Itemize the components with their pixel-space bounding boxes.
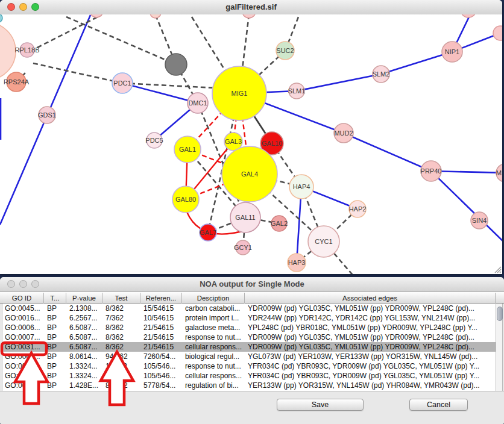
node-label-HAP3: HAP3 xyxy=(288,259,306,266)
column-header-p-value[interactable]: P-value xyxy=(66,293,102,304)
table-cell: YDR244W (pp) YDR142C, YDR142C (pp) YGL15… xyxy=(245,313,496,323)
column-header-test[interactable]: Test xyxy=(102,293,140,304)
node-label-SUC2: SUC2 xyxy=(276,47,294,54)
table-cell: carbon cataboli... xyxy=(183,304,245,313)
node-label-PRP40: PRP40 xyxy=(421,167,442,175)
resize-grip[interactable] xyxy=(493,265,502,273)
table-cell: GO:0045... xyxy=(2,304,45,313)
table-row[interactable]: GO:0031...BP6.5087...8/36221/54615cellul… xyxy=(2,342,496,352)
table-cell: biological regul... xyxy=(183,352,245,361)
node-label-SLM2: SLM2 xyxy=(373,70,390,78)
table-cell: GO:0006... xyxy=(2,323,45,332)
table-cell: YFR034C (pd) YBR093C, YDR009W (pd) YGL03… xyxy=(245,361,496,371)
table-cell: cellular respons... xyxy=(183,371,245,381)
table-cell: cellular respons... xyxy=(183,342,245,352)
table-cell: 21/54615 xyxy=(141,332,183,342)
node-label-PDC1: PDC1 xyxy=(113,80,131,87)
table-cell: 8/362 xyxy=(103,304,141,313)
network-node-gray-node[interactable] xyxy=(165,54,187,75)
node-label-GAL10: GAL10 xyxy=(262,140,282,147)
table-cell: 15/54615 xyxy=(141,304,183,313)
table-cell: BP xyxy=(45,332,67,342)
noa-titlebar: NOA output for Single Mode xyxy=(0,277,504,292)
node-label-RPS24A: RPS24A xyxy=(4,78,30,86)
node-label-GCY1: GCY1 xyxy=(234,244,252,251)
node-label-GAL80: GAL80 xyxy=(175,196,196,203)
node-label-CYC1: CYC1 xyxy=(315,238,332,245)
network-titlebar: galFiltered.sif xyxy=(0,0,502,15)
table-row[interactable]: GO:0045...BP2.1308...8/36215/54615carbon… xyxy=(2,304,496,313)
table-cell: 8/362 xyxy=(103,323,141,332)
column-header-referen-[interactable]: Referen... xyxy=(140,293,182,304)
table-cell: YDR009W (pd) YGL035C, YML051W (pp) YDR00… xyxy=(245,304,496,313)
table-cell: BP xyxy=(45,352,67,361)
network-node-top-partial-3[interactable] xyxy=(242,14,256,18)
table-header: GO IDT...P-valueTestReferen...Desciption… xyxy=(0,292,504,304)
table-cell: 21/54615 xyxy=(141,323,183,332)
table-cell: BP xyxy=(45,381,67,390)
table-cell: 2.1308... xyxy=(67,304,103,313)
table-row[interactable]: GO:0016...BP6.2567...7/36210/54615protei… xyxy=(2,313,496,323)
node-label-GAL11: GAL11 xyxy=(235,214,255,221)
table-row[interactable]: GO:0007...BP6.5087...8/36221/54615respon… xyxy=(2,332,496,342)
table-cell: 11/362 xyxy=(103,371,141,381)
node-label-HAP4: HAP4 xyxy=(293,183,310,190)
network-node-right-partial[interactable] xyxy=(493,26,502,40)
table-cell: 105/546... xyxy=(141,371,183,381)
network-edge-blue xyxy=(381,52,452,74)
table-cell: 8.0614... xyxy=(67,352,103,361)
table-cell: 5778/54... xyxy=(141,381,183,390)
noa-output-window: NOA output for Single Mode GO IDT...P-va… xyxy=(0,277,504,424)
network-window-title: galFiltered.sif xyxy=(0,0,502,14)
save-button[interactable]: Save xyxy=(277,399,364,411)
table-cell: 6.5087... xyxy=(67,323,103,332)
column-header-desciption[interactable]: Desciption xyxy=(182,293,245,304)
table-cell: 7/362 xyxy=(103,313,141,323)
table-cell: 11/362 xyxy=(103,361,141,371)
column-header-associated-edges[interactable]: Associated edges xyxy=(245,293,496,304)
node-label-MUD2: MUD2 xyxy=(334,129,353,137)
vertical-scrollbar[interactable] xyxy=(496,304,503,391)
node-label-PDC5: PDC5 xyxy=(145,137,163,144)
node-label-SLM1: SLM1 xyxy=(288,87,306,95)
table-cell: GO:0007... xyxy=(2,332,45,342)
table-cell: GO:0031... xyxy=(2,371,45,381)
table-row[interactable]: GO:0031...BP1.3324...11/362105/546...res… xyxy=(2,361,496,371)
network-node-top-partial-4[interactable] xyxy=(461,14,476,17)
table-cell: 80/362 xyxy=(103,381,141,390)
table-row[interactable]: GO:0006...BP6.5087...8/36221/54615galact… xyxy=(2,323,496,332)
table-cell: GO:0016... xyxy=(2,313,45,323)
node-label-GAL1: GAL1 xyxy=(179,146,196,153)
table-cell: 6.5087... xyxy=(67,332,103,342)
table-cell: 1.428E... xyxy=(67,381,103,390)
table-cell: BP xyxy=(45,313,67,323)
table-cell: 1.3324... xyxy=(67,371,103,381)
network-node-cyan-corner[interactable] xyxy=(0,14,2,22)
table-row[interactable]: GO:0031...BP1.3324...11/362105/546...cel… xyxy=(2,371,496,381)
column-header-go-id[interactable]: GO ID xyxy=(0,293,44,304)
table-row[interactable]: GO:0065...BP8.0614...94/3627260/54...bio… xyxy=(2,352,496,361)
table-cell: BP xyxy=(45,323,67,332)
node-label-GAL3: GAL3 xyxy=(225,138,242,145)
cancel-button[interactable]: Cancel xyxy=(409,399,468,411)
node-label-GAL2: GAL2 xyxy=(271,220,288,227)
table-cell: 7260/54... xyxy=(141,352,183,361)
network-node-top-partial-2[interactable] xyxy=(150,14,161,18)
network-node-top-partial-1[interactable] xyxy=(90,14,103,17)
table-cell: 6.2567... xyxy=(67,313,103,323)
table-cell: 10/54615 xyxy=(141,313,183,323)
table-row[interactable]: GO:0050...BP1.428E...80/3625778/54...reg… xyxy=(2,381,496,390)
network-canvas[interactable]: RPL18BRPS24APDC1GDS1MIG1DMC1SUC2SLM1SLM2… xyxy=(0,14,502,274)
table-cell: YDR009W (pd) YGL035C, YML051W (pp) YDR00… xyxy=(245,342,496,352)
network-edge-dashed xyxy=(33,63,122,83)
scrollbar-thumb[interactable] xyxy=(497,307,503,321)
network-edge-blue xyxy=(344,133,431,171)
noa-window-title: NOA output for Single Mode xyxy=(0,277,504,292)
table-cell: YER133W (pp) YOR315W, YNL145W (pd) YHR08… xyxy=(245,381,496,390)
network-node-big-left[interactable] xyxy=(0,22,16,80)
table-cell: GO:0031... xyxy=(2,342,45,352)
node-label-GAL4: GAL4 xyxy=(241,170,258,178)
table-cell: BP xyxy=(45,371,67,381)
column-header-t-[interactable]: T... xyxy=(44,293,66,304)
table-cell: 105/546... xyxy=(141,361,183,371)
